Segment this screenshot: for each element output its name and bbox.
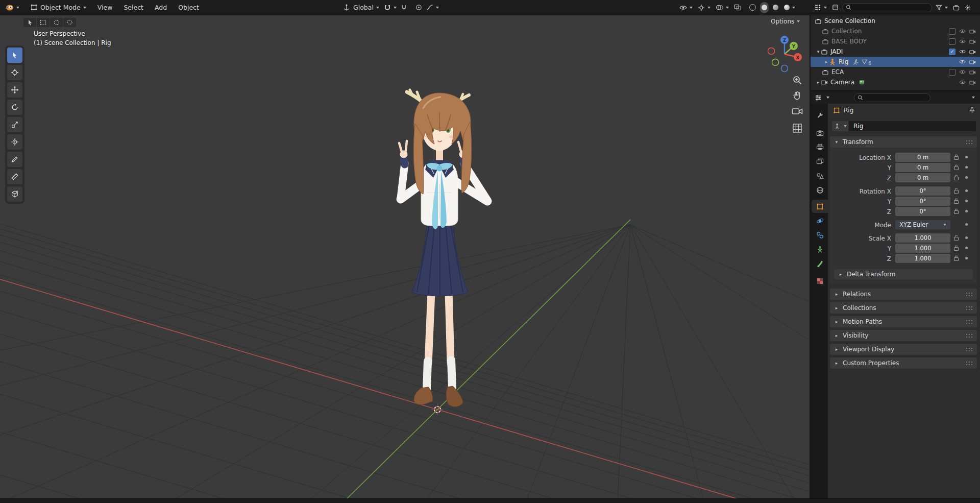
lock-icon[interactable] [953, 198, 959, 204]
tab-tool[interactable] [812, 109, 828, 122]
render-camera-toggle[interactable] [969, 29, 976, 34]
scale-x-field[interactable]: 1.000 [895, 233, 950, 243]
section-visibility[interactable]: ▸ Visibility [830, 330, 977, 341]
tab-constraints[interactable] [812, 228, 828, 242]
tool-add-cube[interactable] [7, 186, 22, 202]
gizmos-button[interactable] [696, 2, 712, 13]
outliner-new-collection-button[interactable] [951, 2, 961, 13]
tab-world[interactable] [812, 183, 828, 197]
outliner-row-scene-collection[interactable]: Scene Collection [811, 16, 980, 26]
outliner-row-base-body[interactable]: BASE BODY [811, 36, 980, 46]
overlays-button[interactable] [714, 2, 730, 13]
section-relations[interactable]: ▸ Relations [830, 289, 977, 300]
tool-scale[interactable] [7, 117, 22, 132]
animate-dot[interactable] [965, 156, 968, 158]
xray-toggle-button[interactable] [732, 2, 743, 13]
render-camera-toggle[interactable] [969, 69, 976, 75]
orientation-dropdown[interactable]: Global [351, 0, 381, 15]
panel-grip-icon[interactable] [966, 361, 973, 366]
3d-viewport[interactable]: Options User Perspective (1) Scene Colle… [0, 15, 810, 498]
outliner-editor-type-button[interactable] [813, 2, 828, 13]
tool-measure[interactable] [7, 169, 22, 184]
snap-target-button[interactable] [382, 2, 398, 13]
animate-dot[interactable] [965, 247, 968, 249]
properties-options-chevron[interactable] [972, 97, 975, 99]
exclude-checkbox[interactable] [949, 69, 955, 76]
tab-output[interactable] [812, 140, 828, 154]
mode-dropdown[interactable]: Object Mode [25, 0, 92, 15]
exclude-checkbox[interactable] [949, 38, 955, 45]
menu-object[interactable]: Object [173, 0, 205, 15]
outliner-row-jadi[interactable]: ▾ JADI ✓ [811, 46, 980, 57]
expand-arrow-icon[interactable]: ▸ [824, 59, 829, 64]
blender-logo-icon[interactable] [3, 2, 21, 13]
rotation-y-field[interactable]: 0° [895, 197, 950, 206]
lock-icon[interactable] [953, 154, 959, 160]
pan-button[interactable] [792, 90, 802, 101]
lock-icon[interactable] [953, 255, 959, 261]
tool-rotate[interactable] [7, 100, 22, 115]
editor-divider-vertical[interactable] [810, 15, 811, 498]
tool-transform[interactable] [7, 134, 22, 150]
outliner-display-mode-button[interactable] [830, 2, 840, 13]
tool-move[interactable] [7, 82, 22, 98]
select-tweak-button[interactable] [23, 18, 36, 27]
camera-view-button[interactable] [792, 107, 803, 116]
render-camera-toggle[interactable] [969, 80, 976, 85]
hide-eye-toggle[interactable] [959, 29, 966, 34]
gizmo-y-neg-axis[interactable] [772, 59, 779, 66]
location-z-field[interactable]: 0 m [895, 173, 950, 182]
hide-eye-toggle[interactable] [959, 39, 966, 44]
tab-scene[interactable] [812, 169, 828, 182]
panel-grip-icon[interactable] [966, 347, 973, 352]
tool-select-box[interactable] [7, 47, 22, 63]
viewport-options-dropdown[interactable]: Options [771, 18, 800, 25]
expand-arrow-icon[interactable]: ▸ [816, 80, 821, 85]
id-type-button[interactable] [832, 121, 848, 131]
panel-grip-icon[interactable] [966, 306, 973, 310]
location-x-field[interactable]: 0 m [895, 153, 950, 162]
animate-dot[interactable] [965, 200, 968, 202]
panel-grip-icon[interactable] [966, 333, 973, 338]
shading-solid-button[interactable] [760, 2, 769, 13]
editor-divider-horizontal[interactable] [811, 90, 980, 91]
panel-grip-icon[interactable] [966, 292, 973, 297]
hide-eye-toggle[interactable] [959, 49, 966, 54]
render-camera-toggle[interactable] [969, 59, 976, 65]
character-model[interactable] [376, 88, 509, 425]
tab-object-data[interactable] [812, 243, 828, 256]
animate-dot[interactable] [965, 166, 968, 169]
lock-icon[interactable] [953, 187, 959, 194]
pin-icon[interactable] [969, 107, 975, 114]
location-y-field[interactable]: 0 m [895, 163, 950, 172]
lock-icon[interactable] [953, 234, 959, 241]
hide-eye-toggle[interactable] [959, 69, 966, 75]
delta-transform-header[interactable]: ▸ Delta Transform [834, 269, 973, 279]
outliner-row-collection[interactable]: Collection [811, 26, 980, 36]
outliner-row-eca[interactable]: ECA [811, 67, 980, 77]
outliner-search-input[interactable] [842, 3, 932, 12]
tab-view-layer[interactable] [812, 155, 828, 168]
shading-wireframe-button[interactable] [748, 2, 757, 13]
expand-arrow-icon[interactable]: ▾ [816, 49, 821, 54]
exclude-checkbox[interactable] [949, 28, 955, 35]
animate-dot[interactable] [965, 189, 968, 192]
lock-icon[interactable] [953, 208, 959, 214]
hide-eye-toggle[interactable] [959, 80, 966, 85]
lock-icon[interactable] [953, 164, 959, 171]
gizmo-x-neg-axis[interactable] [768, 48, 775, 55]
transform-panel-header[interactable]: ▾ Transform [830, 136, 977, 148]
render-camera-toggle[interactable] [969, 49, 976, 55]
hide-eye-toggle[interactable] [959, 59, 966, 64]
zoom-button[interactable] [792, 75, 802, 85]
outliner-row-camera[interactable]: ▸ Camera [811, 77, 980, 87]
outliner-row-rig[interactable]: ▸ Rig 6 [811, 57, 980, 67]
animate-dot[interactable] [965, 210, 968, 212]
gizmo-z-neg-axis[interactable] [781, 65, 788, 72]
section-viewport-display[interactable]: ▸ Viewport Display [830, 344, 977, 355]
menu-select[interactable]: Select [118, 0, 149, 15]
lock-icon[interactable] [953, 174, 959, 181]
rotation-mode-dropdown[interactable]: XYZ Euler [895, 220, 950, 229]
section-motion-paths[interactable]: ▸ Motion Paths [830, 316, 977, 327]
scale-z-field[interactable]: 1.000 [895, 254, 950, 263]
